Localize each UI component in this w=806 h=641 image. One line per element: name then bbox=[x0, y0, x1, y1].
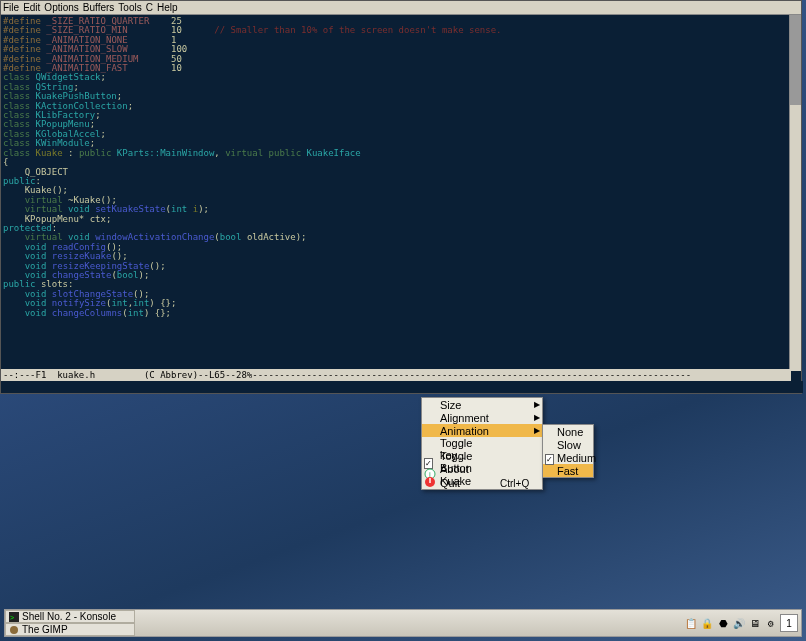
svg-text:>: > bbox=[10, 614, 14, 621]
menu-c[interactable]: C bbox=[146, 2, 153, 13]
anim-item-none[interactable]: None bbox=[543, 425, 593, 438]
code-area[interactable]: #define _SIZE_RATIO_QUARTER 25#define _S… bbox=[1, 15, 801, 320]
kde-icon[interactable]: ⬣ bbox=[716, 616, 730, 630]
konsole-icon: > bbox=[9, 612, 19, 622]
desktop-pager[interactable]: 1 bbox=[780, 614, 798, 632]
anim-item-label: Medium bbox=[557, 452, 596, 464]
ctx-item-label: Animation bbox=[440, 425, 500, 437]
display-icon[interactable]: 🖥 bbox=[748, 616, 762, 630]
gear-icon[interactable]: ⚙ bbox=[764, 616, 778, 630]
menu-file[interactable]: File bbox=[3, 2, 19, 13]
menu-help[interactable]: Help bbox=[157, 2, 178, 13]
taskbar-task[interactable]: >Shell No. 2 - Konsole bbox=[5, 610, 135, 623]
quit-icon bbox=[424, 478, 436, 490]
ctx-item-toggle-button[interactable]: ✓Toggle Button bbox=[422, 450, 542, 463]
ctx-item-label: Alignment bbox=[440, 412, 500, 424]
taskbar-tasks: >Shell No. 2 - KonsoleThe GIMP bbox=[5, 610, 135, 636]
svg-rect-3 bbox=[429, 478, 430, 483]
ctx-item-quit[interactable]: QuitCtrl+Q bbox=[422, 476, 542, 489]
emacs-minibuffer[interactable] bbox=[1, 381, 803, 393]
task-label: Shell No. 2 - Konsole bbox=[22, 611, 116, 622]
ctx-item-animation[interactable]: Animation▶ bbox=[422, 424, 542, 437]
menu-buffers[interactable]: Buffers bbox=[83, 2, 115, 13]
menu-tools[interactable]: Tools bbox=[118, 2, 141, 13]
system-tray: 📋🔒⬣🔊🖥⚙1 bbox=[684, 610, 801, 636]
ctx-item-alignment[interactable]: Alignment▶ bbox=[422, 411, 542, 424]
task-label: The GIMP bbox=[22, 624, 68, 635]
ctx-item-about-kuake[interactable]: iAbout Kuake bbox=[422, 463, 542, 476]
kuake-context-menu: Size▶Alignment▶Animation▶Toggle key...✓T… bbox=[421, 397, 543, 490]
ctx-item-label: Size bbox=[440, 399, 500, 411]
sound-icon[interactable]: 🔊 bbox=[732, 616, 746, 630]
animation-submenu: NoneSlow✓MediumFast bbox=[542, 424, 594, 478]
scrollbar-thumb[interactable] bbox=[790, 15, 801, 105]
gimp-icon bbox=[9, 625, 19, 635]
ctx-item-label: Quit bbox=[440, 477, 500, 489]
anim-item-slow[interactable]: Slow bbox=[543, 438, 593, 451]
taskbar: >Shell No. 2 - KonsoleThe GIMP 📋🔒⬣🔊🖥⚙1 bbox=[4, 609, 802, 637]
anim-item-label: Slow bbox=[557, 439, 591, 451]
menu-edit[interactable]: Edit bbox=[23, 2, 40, 13]
scrollbar[interactable] bbox=[789, 15, 801, 371]
anim-item-medium[interactable]: ✓Medium bbox=[543, 451, 593, 464]
svg-point-6 bbox=[10, 626, 18, 634]
emacs-modeline: --:---F1 kuake.h (C Abbrev)--L65--28%---… bbox=[1, 369, 791, 381]
ctx-item-size[interactable]: Size▶ bbox=[422, 398, 542, 411]
anim-item-fast[interactable]: Fast bbox=[543, 464, 593, 477]
menu-options[interactable]: Options bbox=[44, 2, 78, 13]
emacs-menubar: File Edit Options Buffers Tools C Help bbox=[1, 1, 801, 15]
anim-item-label: Fast bbox=[557, 465, 591, 477]
ctx-item-toggle-key-[interactable]: Toggle key... bbox=[422, 437, 542, 450]
clipboard-icon[interactable]: 📋 bbox=[684, 616, 698, 630]
emacs-window: File Edit Options Buffers Tools C Help #… bbox=[0, 0, 802, 394]
lock-icon[interactable]: 🔒 bbox=[700, 616, 714, 630]
taskbar-task[interactable]: The GIMP bbox=[5, 623, 135, 636]
anim-item-label: None bbox=[557, 426, 591, 438]
